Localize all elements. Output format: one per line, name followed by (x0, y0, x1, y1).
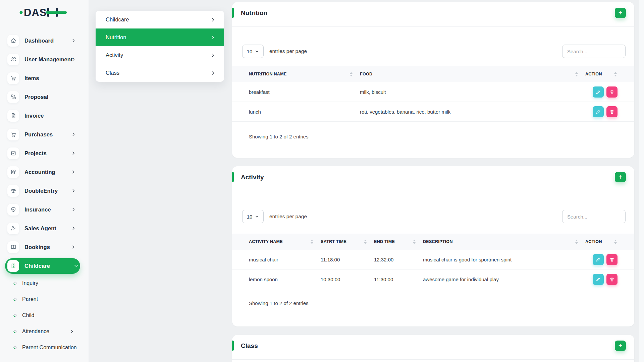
sidebar-subitem-parent[interactable]: Parent (0, 291, 89, 307)
edit-button[interactable] (593, 254, 604, 265)
cell-end-time: 12:32:00 (374, 257, 423, 262)
table-row: lunch roti, vegetables, banana, rice, bu… (232, 102, 634, 122)
sidebar-item-invoice[interactable]: Invoice (0, 106, 89, 125)
column-header-nutrition-name[interactable]: NUTRITION NAME (249, 72, 360, 76)
page-size-select[interactable]: 10 (242, 210, 264, 223)
showing-entries-text: Showing 1 to 2 of 2 entries (249, 134, 309, 139)
flyout-item-nutrition[interactable]: Nutrition (96, 28, 224, 46)
sidebar-item-dashboard[interactable]: Dashboard (0, 31, 89, 50)
check-square-icon (7, 147, 19, 159)
scale-icon (7, 185, 19, 197)
cell-nutrition-name: lunch (249, 109, 360, 115)
entries-per-page-label: entries per page (269, 45, 307, 58)
chevron-right-icon (71, 207, 76, 212)
chevron-right-icon (211, 71, 215, 75)
sort-icon (614, 72, 617, 76)
sidebar-item-purchases[interactable]: Purchases (0, 125, 89, 144)
sidebar-item-items[interactable]: Items (0, 69, 89, 87)
edit-button[interactable] (593, 106, 604, 117)
sidebar-item-projects[interactable]: Projects (0, 144, 89, 163)
sidebar-item-user-management[interactable]: User Management (0, 50, 89, 69)
cell-food: roti, vegetables, banana, rice, butter m… (360, 109, 585, 115)
delete-button[interactable] (606, 106, 618, 117)
chevron-right-icon (71, 188, 76, 193)
accent-bar (232, 341, 234, 351)
cell-description: awesome game for individual play (423, 277, 585, 282)
cell-activity-name: lemon spoon (249, 277, 321, 282)
nutrition-table-header: NUTRITION NAME FOOD ACTION (232, 66, 634, 82)
sidebar-subitem-label: Inquiry (22, 280, 38, 286)
home-icon (7, 35, 19, 47)
sidebar-nav: Dashboard User Management Items Proposal (0, 31, 89, 275)
users-icon (7, 54, 19, 65)
column-header-activity-name[interactable]: ACTIVITY NAME (249, 239, 321, 244)
sort-icon (575, 240, 578, 244)
column-header-action[interactable]: ACTION (585, 72, 618, 76)
activity-table-controls: 10 entries per page (232, 210, 634, 223)
sidebar-item-label: Purchases (24, 131, 53, 138)
sidebar-item-label: Sales Agent (24, 225, 56, 232)
sidebar-subitem-label: Child (22, 312, 34, 318)
add-nutrition-button[interactable]: + (615, 8, 626, 18)
delete-button[interactable] (606, 254, 618, 265)
nutrition-card: Nutrition + 10 entries per page NUTRITIO… (232, 2, 634, 158)
grid-plus-icon (7, 166, 19, 178)
column-header-end-time[interactable]: END TIME (374, 239, 423, 244)
sidebar-item-label: Accounting (24, 169, 55, 175)
cell-start-time: 10:30:00 (321, 277, 374, 282)
sidebar-item-sales-agent[interactable]: Sales Agent (0, 219, 89, 238)
sidebar-item-bookings[interactable]: Bookings (0, 238, 89, 256)
column-header-action[interactable]: ACTION (585, 239, 618, 244)
cell-activity-name: musical chair (249, 257, 321, 262)
sort-icon (413, 240, 416, 244)
table-row: lemon spoon 10:30:00 11:30:00 awesome ga… (232, 269, 634, 289)
activity-table-header: ACTIVITY NAME SATRT TIME END TIME DESCRI… (232, 234, 634, 250)
sidebar-item-proposal[interactable]: Proposal (0, 87, 89, 106)
childcare-flyout-menu: Childcare Nutrition Activity Class (96, 11, 224, 82)
sidebar-subitem-inquiry[interactable]: Inquiry (0, 275, 89, 291)
delete-button[interactable] (606, 86, 618, 98)
chevron-right-icon (71, 38, 76, 43)
column-header-description[interactable]: DESCRIPTION (423, 239, 585, 244)
sidebar-item-childcare[interactable]: Childcare (5, 258, 80, 274)
add-activity-button[interactable]: + (615, 172, 626, 182)
add-class-button[interactable]: + (615, 341, 626, 351)
chevron-right-icon (211, 53, 215, 58)
class-card-header: Class + (232, 335, 634, 360)
flyout-item-activity[interactable]: Activity (96, 46, 224, 64)
sort-icon (614, 240, 617, 244)
page-size-value: 10 (247, 49, 253, 54)
activity-card-header: Activity + (232, 166, 634, 191)
accent-bar (232, 8, 234, 18)
page-title: Activity (241, 174, 264, 181)
column-header-start-time[interactable]: SATRT TIME (321, 239, 374, 244)
childcare-submenu: Inquiry Parent Child Attendance Parent C… (0, 275, 89, 356)
flyout-item-class[interactable]: Class (96, 64, 224, 82)
sort-icon (350, 72, 353, 76)
chevron-right-icon (211, 35, 215, 40)
page-size-select[interactable]: 10 (242, 45, 264, 58)
search-input[interactable] (562, 210, 626, 223)
page-size-value: 10 (247, 214, 253, 220)
sidebar-item-accounting[interactable]: Accounting (0, 163, 89, 181)
scrollbar[interactable] (639, 0, 644, 362)
sidebar-item-insurance[interactable]: Insurance (0, 200, 89, 219)
sidebar-subitem-parent-communication[interactable]: Parent Communication (0, 340, 89, 356)
search-input[interactable] (562, 45, 626, 58)
sort-icon (311, 240, 313, 244)
delete-button[interactable] (606, 274, 618, 285)
entries-per-page-label: entries per page (269, 210, 307, 223)
flyout-item-label: Nutrition (106, 34, 126, 41)
sidebar-item-doubleentry[interactable]: DoubleEntry (0, 181, 89, 200)
column-header-food[interactable]: FOOD (360, 72, 585, 76)
bullet-icon (13, 298, 17, 301)
sidebar-subitem-child[interactable]: Child (0, 307, 89, 323)
nutrition-card-header: Nutrition + (232, 2, 634, 27)
edit-button[interactable] (593, 86, 604, 98)
sidebar-subitem-attendance[interactable]: Attendance (0, 323, 89, 340)
edit-button[interactable] (593, 274, 604, 285)
shield-check-icon (7, 204, 19, 216)
cell-nutrition-name: breakfast (249, 89, 360, 95)
chevron-right-icon (71, 170, 76, 174)
flyout-item-childcare[interactable]: Childcare (96, 11, 224, 28)
